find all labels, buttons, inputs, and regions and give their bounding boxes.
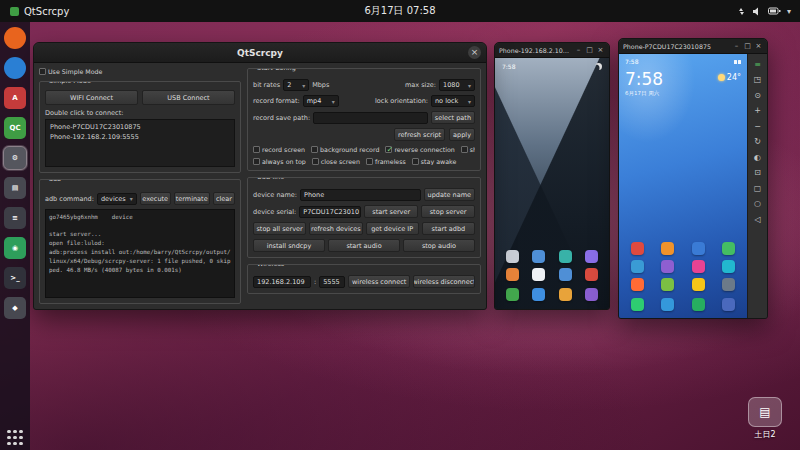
update-name-button[interactable]: update name (424, 188, 475, 201)
app-icon[interactable] (661, 242, 674, 255)
stay-awake-checkbox[interactable]: stay awake (412, 158, 457, 165)
adb-command-combo[interactable]: devices (97, 193, 137, 205)
app-icon[interactable] (661, 278, 674, 291)
start-audio-button[interactable]: start audio (328, 239, 400, 252)
wireless-connect-button[interactable]: wireless connect (348, 275, 410, 288)
fullscreen-icon[interactable]: ◳ (750, 74, 765, 86)
wireless-disconnect-button[interactable]: wireless disconnect (413, 275, 475, 288)
phone1-screen[interactable]: 7:58 (495, 58, 609, 309)
app-icon[interactable] (722, 260, 735, 273)
dock-app-icon[interactable] (532, 288, 545, 301)
clear-button[interactable]: clear (213, 192, 235, 205)
dock-item-qtscrcpy[interactable]: QC (4, 117, 26, 139)
dock-app-icon[interactable] (661, 298, 674, 311)
show-fps-checkbox[interactable]: show fps (461, 146, 475, 153)
close-icon[interactable]: × (468, 46, 481, 59)
execute-button[interactable]: execute (140, 192, 171, 205)
phone2-titlebar[interactable]: Phone-P7CDU17C23010875 – □ × (619, 39, 767, 54)
app-icon[interactable] (585, 250, 598, 263)
weather-widget[interactable]: 24° (718, 73, 741, 82)
frameless-checkbox[interactable]: frameless (366, 158, 406, 165)
wireless-port-input[interactable]: 5555 (319, 276, 345, 288)
clock-menu[interactable]: 6月17日 07:58 (364, 4, 435, 18)
volume-down-icon[interactable]: − (750, 120, 765, 132)
background-record-checkbox[interactable]: background record (311, 146, 379, 153)
start-adbd-button[interactable]: start adbd (422, 222, 475, 235)
minimize-icon[interactable]: – (732, 42, 741, 50)
bit-rates-select[interactable]: 2 (283, 79, 309, 91)
dock-item-settings[interactable]: ⚙ (4, 147, 26, 169)
dock-app-icon[interactable] (631, 298, 644, 311)
select-path-button[interactable]: select path (431, 111, 475, 124)
home-icon[interactable]: ○ (750, 198, 765, 210)
refresh-devices-button[interactable]: refresh devices (309, 222, 362, 235)
app-icon[interactable] (661, 260, 674, 273)
adb-log-output[interactable]: go7465ybg6xnhm devicestart server...open… (45, 209, 235, 298)
device-list-item[interactable]: Phone-P7CDU17C23010875 (48, 122, 232, 132)
app-icon[interactable] (631, 242, 644, 255)
app-icon[interactable] (722, 242, 735, 255)
wifi-connect-button[interactable]: WIFI Connect (45, 90, 138, 105)
dock-app-icon[interactable] (692, 298, 705, 311)
app-icon[interactable] (559, 268, 572, 281)
app-icon[interactable] (506, 250, 519, 263)
terminate-button[interactable]: terminate (174, 192, 210, 205)
app-icon[interactable] (559, 250, 572, 263)
device-serial-select[interactable]: P7CDU17C23010 (299, 206, 361, 218)
dock-item-mail[interactable]: A (4, 87, 26, 109)
app-switch-icon[interactable]: ▢ (750, 182, 765, 194)
dock-item-text-editor[interactable]: ≡ (4, 207, 26, 229)
dock-app-icon[interactable] (559, 288, 572, 301)
maximize-icon[interactable]: □ (743, 42, 752, 50)
start-server-button[interactable]: start server (364, 205, 418, 218)
dock-item-thunderbird[interactable] (4, 57, 26, 79)
minimize-icon[interactable]: – (574, 46, 583, 54)
get-device-ip-button[interactable]: get device IP (366, 222, 419, 235)
record-save-path-input[interactable] (313, 112, 428, 124)
stop-audio-button[interactable]: stop audio (403, 239, 475, 252)
dock-app-icon[interactable] (585, 288, 598, 301)
device-list-item[interactable]: Phone-192.168.2.109:5555 (48, 132, 232, 142)
app-icon[interactable] (722, 278, 735, 291)
close-screen-checkbox[interactable]: close screen (312, 158, 360, 165)
desktop-widget[interactable]: ▤ 土日2 (743, 397, 787, 440)
dock-app-icon[interactable] (506, 288, 519, 301)
max-size-select[interactable]: 1080 (439, 79, 475, 91)
system-tray-menu[interactable]: ▾ (728, 0, 800, 22)
install-sndcpy-button[interactable]: install sndcpy (253, 239, 325, 252)
dock-item-image-viewer[interactable]: ◉ (4, 237, 26, 259)
power-icon[interactable]: ⊙ (750, 89, 765, 101)
close-icon[interactable]: × (754, 42, 763, 50)
focused-app-menu[interactable]: QtScrcpy (0, 0, 79, 22)
app-icon[interactable] (585, 268, 598, 281)
usb-connect-button[interactable]: USB Connect (142, 90, 235, 105)
record-screen-checkbox[interactable]: record screen (253, 146, 305, 153)
app-icon[interactable] (532, 268, 545, 281)
dock-item-terminal[interactable]: >_ (4, 267, 26, 289)
stop-all-server-button[interactable]: stop all server (253, 222, 306, 235)
main-window-titlebar[interactable]: QtScrcpy × (34, 43, 486, 63)
more-icon[interactable]: ≡ (750, 58, 765, 70)
volume-up-icon[interactable]: + (750, 105, 765, 117)
app-icon[interactable] (631, 278, 644, 291)
record-format-select[interactable]: mp4 (303, 95, 339, 107)
app-icon[interactable] (692, 242, 705, 255)
maximize-icon[interactable]: □ (585, 46, 594, 54)
app-icon[interactable] (506, 268, 519, 281)
screenshot-icon[interactable]: ⊡ (750, 167, 765, 179)
whiteboard-icon[interactable]: ▤ (748, 397, 782, 427)
device-list[interactable]: Phone-P7CDU17C23010875Phone-192.168.2.10… (45, 119, 235, 167)
always-on-top-checkbox[interactable]: always on top (253, 158, 306, 165)
apply-button[interactable]: apply (449, 128, 475, 141)
lock-orientation-select[interactable]: no lock (431, 95, 475, 107)
wireless-ip-input[interactable]: 192.168.2.109 (253, 276, 311, 288)
dock-item-files[interactable]: ▤ (4, 177, 26, 199)
app-icon[interactable] (532, 250, 545, 263)
use-simple-mode-checkbox[interactable]: Use Simple Mode (39, 68, 241, 75)
show-applications-button[interactable] (7, 429, 24, 446)
app-icon[interactable] (692, 260, 705, 273)
dock-item-firefox[interactable] (4, 27, 26, 49)
app-icon[interactable] (692, 278, 705, 291)
dock-app-icon[interactable] (722, 298, 735, 311)
close-screen-icon[interactable]: ◐ (750, 151, 765, 163)
